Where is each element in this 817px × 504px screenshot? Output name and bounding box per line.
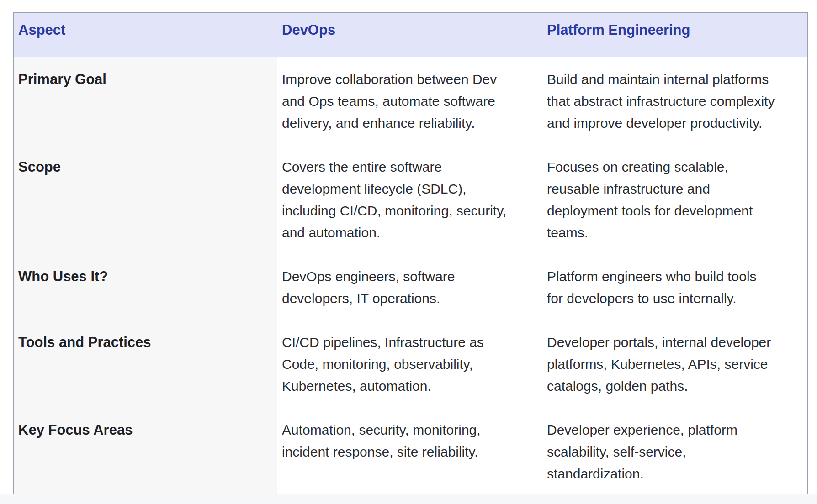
cell-scope-devops: Covers the entire software development l… xyxy=(277,144,542,254)
page-bottom-strip xyxy=(0,494,817,504)
row-label-key-focus-areas: Key Focus Areas xyxy=(14,407,277,495)
row-label-tools-and-practices: Tools and Practices xyxy=(14,320,277,407)
row-label-scope: Scope xyxy=(14,144,277,254)
table-row-scope: Scope Covers the entire software develop… xyxy=(14,144,807,254)
cell-primary-goal-platform: Build and maintain internal platforms th… xyxy=(542,57,807,144)
row-label-primary-goal: Primary Goal xyxy=(14,57,277,144)
table-body: Primary Goal Improve collaboration betwe… xyxy=(14,57,807,495)
cell-tools-and-practices-platform: Developer portals, internal developer pl… xyxy=(542,320,807,407)
comparison-table-container: Aspect DevOps Platform Engineering Prima… xyxy=(13,12,808,494)
column-header-devops: DevOps xyxy=(277,13,542,57)
table-row-who-uses-it: Who Uses It? DevOps engineers, software … xyxy=(14,254,807,320)
column-header-aspect: Aspect xyxy=(14,13,277,57)
table-row-tools-and-practices: Tools and Practices CI/CD pipelines, Inf… xyxy=(14,320,807,407)
table-header: Aspect DevOps Platform Engineering xyxy=(14,13,807,57)
column-header-platform-engineering: Platform Engineering xyxy=(542,13,807,57)
row-label-who-uses-it: Who Uses It? xyxy=(14,254,277,320)
comparison-table: Aspect DevOps Platform Engineering Prima… xyxy=(14,13,807,495)
header-row: Aspect DevOps Platform Engineering xyxy=(14,13,807,57)
cell-tools-and-practices-devops: CI/CD pipelines, Infrastructure as Code,… xyxy=(277,320,542,407)
cell-scope-platform: Focuses on creating scalable, reusable i… xyxy=(542,144,807,254)
cell-key-focus-areas-devops: Automation, security, monitoring, incide… xyxy=(277,407,542,495)
page: { "theme": { "page_bg": "#ffffff", "foot… xyxy=(0,0,817,504)
cell-who-uses-it-platform: Platform engineers who build tools for d… xyxy=(542,254,807,320)
table-row-primary-goal: Primary Goal Improve collaboration betwe… xyxy=(14,57,807,144)
table-row-key-focus-areas: Key Focus Areas Automation, security, mo… xyxy=(14,407,807,495)
cell-who-uses-it-devops: DevOps engineers, software developers, I… xyxy=(277,254,542,320)
cell-key-focus-areas-platform: Developer experience, platform scalabili… xyxy=(542,407,807,495)
cell-primary-goal-devops: Improve collaboration between Dev and Op… xyxy=(277,57,542,144)
